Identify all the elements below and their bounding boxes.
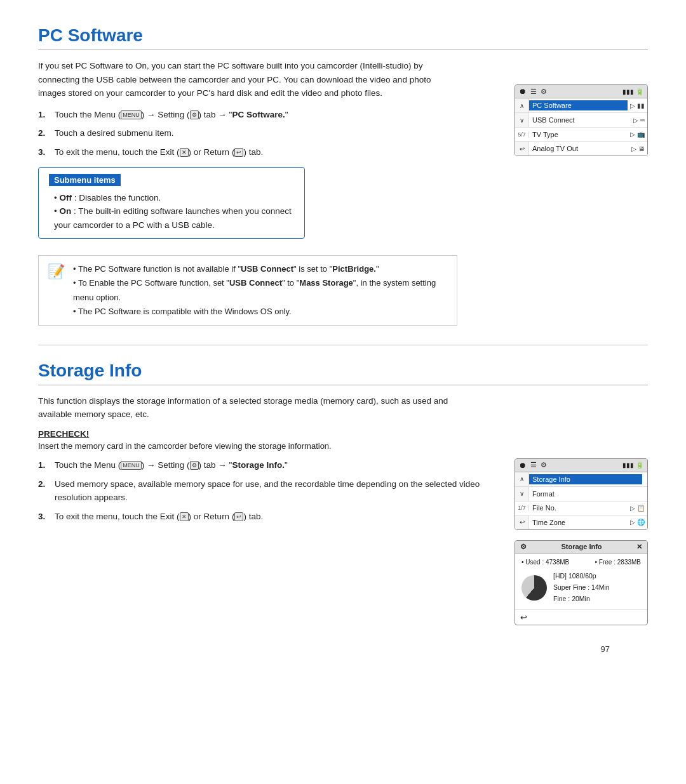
exit-icon: ✕: [180, 148, 189, 157]
storage-cam-counter: 1/7: [515, 505, 529, 511]
storage-cam-value-time-zone: ▷ 🌐: [628, 517, 647, 527]
cam-nav-return: ↩: [515, 142, 529, 156]
submenu-item-on: On : The built-in editing software launc…: [54, 204, 294, 232]
cam-row-pc-software: ∧ PC Software ▷ ▮▮: [515, 98, 647, 113]
storage-exit-icon: ✕: [180, 512, 189, 521]
storage-cam-label-file-no: File No.: [529, 503, 628, 513]
storage-cam-menu-icon: ☰: [530, 461, 537, 469]
storage-cam-topbar: ⏺ ☰ ⚙ ▮▮▮ 🔋: [515, 459, 647, 472]
note-icon: 📝: [48, 263, 67, 280]
storage-detail-3: Fine : 20Min: [553, 594, 610, 605]
storage-cam-row-time-zone: ↩ Time Zone ▷ 🌐: [515, 515, 647, 529]
cam-row-usb-connect: ∨ USB Connect ▷ ═: [515, 113, 647, 128]
storage-step-1-num: 1.: [38, 458, 51, 472]
storage-cam-value-storage-info: [642, 478, 647, 481]
storage-popup-back-icon: ↩: [520, 613, 527, 622]
step-1-num: 1.: [38, 108, 51, 122]
step-2-num: 2.: [38, 126, 51, 140]
storage-cam-gear-icon: ⚙: [541, 461, 547, 469]
precheck-text: Insert the memory card in the camcorder …: [38, 441, 648, 451]
pc-software-notes-box: 📝 • The PC Software function is not avai…: [38, 255, 457, 325]
storage-info-popup: ⚙ Storage Info ✕ • Used : 4738MB • Free …: [514, 540, 648, 626]
storage-popup-header: ⚙ Storage Info ✕: [515, 541, 647, 554]
storage-menu-icon: MENU: [121, 461, 142, 470]
cam-battery-icon: ▮▮▮ 🔋: [622, 88, 643, 95]
pc-software-title: PC Software: [38, 25, 648, 50]
cam-nav-down: ∨: [515, 113, 529, 127]
precheck-label: PRECHECK!: [38, 429, 648, 439]
gear-icon: ⚙: [190, 110, 199, 119]
return-icon: ↩: [234, 148, 243, 157]
storage-step-2-text: Used memory space, available memory spac…: [55, 477, 495, 505]
cam-value-usb-connect: ▷ ═: [631, 116, 647, 125]
cam-row-analog-tv: ↩ Analog TV Out ▷ 🖥: [515, 142, 647, 156]
cam-record-icon: ⏺: [519, 87, 527, 96]
storage-detail-1: [HD] 1080/60p: [553, 571, 610, 582]
storage-info-content-row: 1. Touch the Menu (MENU) → Setting (⚙) t…: [38, 458, 648, 626]
section-divider: [38, 345, 648, 345]
storage-cam-record-icon: ⏺: [519, 461, 527, 470]
note-item-3: • The PC Software is compatible with the…: [73, 305, 448, 319]
cam-value-tv-type: ▷ 📺: [628, 130, 647, 139]
storage-info-desc: This function displays the storage infor…: [38, 394, 451, 422]
pc-software-content-row: If you set PC Software to On, you can st…: [38, 59, 648, 246]
storage-return-icon: ↩: [234, 512, 243, 521]
pc-software-section: PC Software If you set PC Software to On…: [38, 25, 648, 326]
storage-popup-footer: ↩: [515, 609, 647, 625]
storage-cam-row-storage-info: ∧ Storage Info: [515, 472, 647, 487]
storage-used: • Used : 4738MB: [521, 559, 569, 566]
note-item-2: • To Enable the PC Software function, se…: [73, 276, 448, 304]
storage-step-3: 3. To exit the menu, touch the Exit (✕) …: [38, 510, 495, 524]
storage-popup-title: Storage Info: [561, 543, 602, 550]
storage-popup-gear-icon: ⚙: [520, 543, 527, 551]
cam-counter: 5/7: [515, 131, 529, 138]
storage-popup-stats: • Used : 4738MB • Free : 2833MB: [521, 559, 641, 566]
storage-popup-content: [HD] 1080/60p Super Fine : 14Min Fine : …: [521, 571, 641, 605]
pc-software-step-2: 2. Touch a desired submenu item.: [38, 126, 495, 140]
storage-cam-nav-return: ↩: [515, 515, 529, 529]
cam-value-analog-tv: ▷ 🖥: [629, 144, 647, 154]
storage-details: [HD] 1080/60p Super Fine : 14Min Fine : …: [553, 571, 610, 605]
storage-cam-value-file-no: ▷ 📋: [628, 503, 647, 513]
storage-cam-label-time-zone: Time Zone: [529, 517, 628, 528]
step-3-num: 3.: [38, 145, 51, 159]
pc-software-cam-ui-wrapper: ⏺ ☰ ⚙ ▮▮▮ 🔋 ∧ PC Software ▷ ▮▮: [514, 59, 648, 156]
storage-cam-nav-down: ∨: [515, 487, 529, 501]
pc-software-desc: If you set PC Software to On, you can st…: [38, 59, 451, 100]
storage-step-3-text: To exit the menu, touch the Exit (✕) or …: [55, 510, 263, 524]
cam-topbar-icons: ⏺ ☰ ⚙: [519, 87, 547, 96]
note-content: • The PC Software function is not availa…: [73, 262, 448, 318]
note-item-1: • The PC Software function is not availa…: [73, 262, 448, 276]
cam-nav-up: ∧: [515, 98, 529, 112]
storage-cam-ui: ⏺ ☰ ⚙ ▮▮▮ 🔋 ∧ Storage Info: [514, 458, 648, 530]
storage-info-section: Storage Info This function displays the …: [38, 361, 648, 626]
storage-cam-row-format: ∨ Format: [515, 487, 647, 502]
storage-cam-uis-wrapper: ⏺ ☰ ⚙ ▮▮▮ 🔋 ∧ Storage Info: [514, 458, 648, 626]
cam-label-analog-tv: Analog TV Out: [529, 143, 629, 154]
page-number: 97: [601, 644, 610, 654]
cam-topbar: ⏺ ☰ ⚙ ▮▮▮ 🔋: [515, 85, 647, 98]
cam-label-pc-software: PC Software: [529, 100, 628, 110]
cam-body: ∧ PC Software ▷ ▮▮ ∨ USB Connect ▷ ═ 5: [515, 98, 647, 156]
step-2-text: Touch a desired submenu item.: [55, 126, 174, 140]
submenu-title: Submenu items: [49, 174, 121, 186]
cam-label-tv-type: TV Type: [529, 130, 628, 140]
pc-software-steps-col: If you set PC Software to On, you can st…: [38, 59, 495, 246]
menu-icon: MENU: [121, 110, 142, 119]
storage-popup-close-icon: ✕: [636, 543, 642, 551]
cam-value-pc-software: ▷ ▮▮: [628, 101, 647, 110]
storage-step-3-num: 3.: [38, 510, 51, 524]
submenu-item-off: Off : Disables the function.: [54, 191, 294, 205]
storage-free: • Free : 2833MB: [595, 559, 641, 566]
storage-cam-body: ∧ Storage Info ∨ Format 1/7: [515, 472, 647, 529]
storage-gear-icon: ⚙: [190, 461, 199, 470]
cam-gear-icon: ⚙: [541, 88, 547, 96]
storage-cam-label-storage-info: Storage Info: [529, 474, 642, 484]
storage-cam-value-format: [642, 493, 647, 495]
cam-menu-icon: ☰: [530, 88, 537, 96]
cam-label-usb-connect: USB Connect: [529, 115, 631, 125]
step-3-text: To exit the menu, touch the Exit (✕) or …: [55, 145, 263, 159]
storage-cam-label-format: Format: [529, 489, 642, 499]
pc-software-cam-ui: ⏺ ☰ ⚙ ▮▮▮ 🔋 ∧ PC Software ▷ ▮▮: [514, 84, 648, 156]
storage-cam-nav-up: ∧: [515, 472, 529, 486]
